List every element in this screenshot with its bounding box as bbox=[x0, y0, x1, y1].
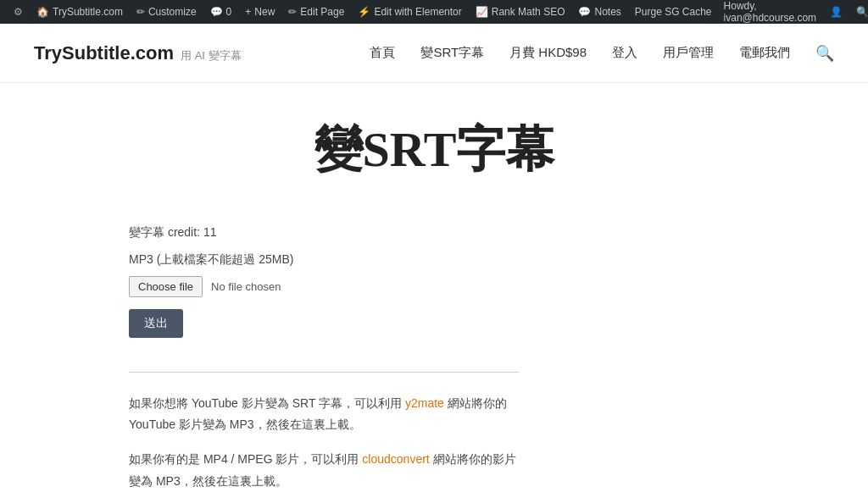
main-nav: TrySubtitle.com 用 AI 變字幕 首頁 變SRT字幕 月費 HK… bbox=[0, 24, 868, 83]
admin-user-icon[interactable]: 👤 bbox=[825, 0, 848, 24]
admin-edit-page[interactable]: ✏ Edit Page bbox=[281, 0, 351, 24]
mp3-label: MP3 (上載檔案不能超過 25MB) bbox=[129, 252, 739, 268]
site-title[interactable]: TrySubtitle.com 用 AI 變字幕 bbox=[34, 42, 242, 64]
nav-link-monthly[interactable]: 月費 HKD$98 bbox=[509, 45, 587, 61]
nav-links: 首頁 變SRT字幕 月費 HKD$98 登入 用戶管理 電郵我們 🔍 bbox=[370, 44, 834, 63]
new-label: New bbox=[254, 6, 275, 18]
admin-site-label: TrySubtitle.com bbox=[53, 6, 123, 18]
nav-link-contact[interactable]: 電郵我們 bbox=[739, 45, 790, 61]
edit-icon: ✏ bbox=[288, 6, 297, 18]
comments-count: 0 bbox=[226, 6, 232, 18]
credit-text: 變字幕 credit: 11 bbox=[129, 225, 739, 240]
submit-button[interactable]: 送出 bbox=[129, 309, 183, 338]
purge-label: Purge SG Cache bbox=[635, 6, 712, 18]
wp-logo-icon: ⚙ bbox=[14, 6, 23, 18]
admin-comments[interactable]: 💬 0 bbox=[203, 0, 239, 24]
rankmath-label: Rank Math SEO bbox=[492, 6, 565, 18]
admin-rankmath[interactable]: 📈 Rank Math SEO bbox=[469, 0, 572, 24]
info-section: 如果你想將 YouTube 影片變為 SRT 字幕，可以利用 y2mate 網站… bbox=[129, 393, 519, 492]
info-paragraph-2: 如果你有的是 MP4 / MPEG 影片，可以利用 cloudconvert 網… bbox=[129, 449, 519, 491]
customize-label: Customize bbox=[148, 6, 197, 18]
admin-bar: ⚙ 🏠 TrySubtitle.com ✏ Customize 💬 0 + Ne… bbox=[0, 0, 868, 24]
info-p1-text-start: 如果你想將 YouTube 影片變為 SRT 字幕，可以利用 bbox=[129, 396, 405, 410]
y2mate-link[interactable]: y2mate bbox=[405, 396, 444, 410]
customize-icon: ✏ bbox=[136, 6, 145, 18]
rankmath-icon: 📈 bbox=[476, 6, 488, 18]
notes-label: Notes bbox=[594, 6, 620, 18]
admin-site-icon: 🏠 bbox=[36, 6, 49, 18]
nav-link-srt[interactable]: 變SRT字幕 bbox=[420, 45, 484, 61]
no-file-text: No file chosen bbox=[211, 280, 281, 293]
info-p2-text-start: 如果你有的是 MP4 / MPEG 影片，可以利用 bbox=[129, 452, 362, 466]
admin-howdy[interactable]: Howdy, ivan@hdcourse.com bbox=[719, 0, 822, 24]
comments-icon: 💬 bbox=[210, 6, 223, 18]
info-paragraph-1: 如果你想將 YouTube 影片變為 SRT 字幕，可以利用 y2mate 網站… bbox=[129, 393, 519, 435]
admin-new[interactable]: + New bbox=[238, 0, 281, 24]
nav-link-login[interactable]: 登入 bbox=[612, 45, 637, 61]
notes-icon: 💬 bbox=[578, 6, 591, 18]
nav-link-home[interactable]: 首頁 bbox=[370, 45, 395, 61]
file-input-row: Choose file No file chosen bbox=[129, 276, 739, 297]
elementor-label: Edit with Elementor bbox=[374, 6, 461, 18]
page-title: 變SRT字幕 bbox=[129, 117, 739, 183]
admin-elementor[interactable]: ⚡ Edit with Elementor bbox=[351, 0, 468, 24]
admin-wp-logo[interactable]: ⚙ bbox=[7, 0, 30, 24]
choose-file-button[interactable]: Choose file bbox=[129, 276, 203, 297]
main-content: 變SRT字幕 變字幕 credit: 11 MP3 (上載檔案不能超過 25MB… bbox=[112, 83, 756, 492]
elementor-icon: ⚡ bbox=[358, 6, 370, 18]
admin-notes[interactable]: 💬 Notes bbox=[571, 0, 627, 24]
cloudconvert-link[interactable]: cloudconvert bbox=[362, 452, 429, 466]
new-icon: + bbox=[245, 6, 251, 18]
divider bbox=[129, 372, 519, 373]
admin-search-icon[interactable]: 🔍 bbox=[851, 0, 868, 24]
admin-site-name[interactable]: 🏠 TrySubtitle.com bbox=[30, 0, 130, 24]
nav-link-manage[interactable]: 用戶管理 bbox=[663, 45, 714, 61]
edit-label: Edit Page bbox=[300, 6, 344, 18]
admin-purge[interactable]: Purge SG Cache bbox=[628, 0, 719, 24]
nav-search-icon[interactable]: 🔍 bbox=[815, 44, 834, 63]
admin-bar-right: Howdy, ivan@hdcourse.com 👤 🔍 bbox=[719, 0, 868, 24]
site-tagline: 用 AI 變字幕 bbox=[181, 48, 242, 64]
admin-customize[interactable]: ✏ Customize bbox=[130, 0, 203, 24]
